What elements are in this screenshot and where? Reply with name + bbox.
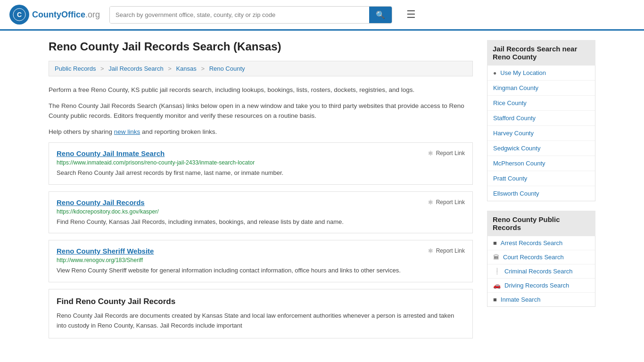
breadcrumb: Public Records > Jail Records Search > K… <box>49 61 473 76</box>
logo-text: CountyOffice.org <box>32 10 100 20</box>
result-url-3[interactable]: http://www.renogov.org/183/Sheriff <box>57 257 465 263</box>
sidebar-records-list: ■ Arrest Records Search 🏛 Court Records … <box>487 236 595 307</box>
report-icon-2: ⚛ <box>428 198 434 206</box>
result-header-1: Reno County Jail Inmate Search ⚛ Report … <box>57 149 465 157</box>
result-item-3: Reno County Sheriff Website ⚛ Report Lin… <box>49 240 473 282</box>
sidebar-item-harvey[interactable]: Harvey County <box>487 126 595 141</box>
description-1: Perform a free Reno County, KS public ja… <box>49 85 473 95</box>
sidebar-public-records-header: Reno County Public Records <box>487 211 595 236</box>
report-icon-1: ⚛ <box>428 149 434 157</box>
search-button[interactable]: 🔍 <box>369 7 392 23</box>
result-header-3: Reno County Sheriff Website ⚛ Report Lin… <box>57 247 465 255</box>
kingman-county-link[interactable]: Kingman County <box>487 81 595 95</box>
criminal-icon: ❕ <box>493 268 501 275</box>
sidebar-item-rice[interactable]: Rice County <box>487 96 595 111</box>
report-link-3[interactable]: ⚛ Report Link <box>428 247 465 255</box>
breadcrumb-jail-records-search[interactable]: Jail Records Search <box>108 65 163 72</box>
sidebar-item-kingman[interactable]: Kingman County <box>487 81 595 96</box>
find-section-title: Find Reno County Jail Records <box>57 297 465 306</box>
result-url-1[interactable]: https://www.inmateaid.com/prisons/reno-c… <box>57 159 465 166</box>
breadcrumb-sep-2: > <box>168 65 172 72</box>
result-desc-2: Find Reno County, Kansas Jail Records, i… <box>57 217 465 227</box>
search-bar[interactable]: 🔍 <box>109 6 392 24</box>
breadcrumb-reno-county[interactable]: Reno County <box>209 65 245 72</box>
description-2: The Reno County Jail Records Search (Kan… <box>49 101 473 121</box>
result-title-3[interactable]: Reno County Sheriff Website <box>57 247 154 255</box>
sidebar-nearby-header: Jail Records Search near Reno County <box>487 40 595 66</box>
driving-records-link[interactable]: Driving Records Search <box>504 282 569 289</box>
harvey-county-link[interactable]: Harvey County <box>487 126 595 140</box>
breadcrumb-sep-1: > <box>100 65 104 72</box>
result-item-2: Reno County Jail Records ⚛ Report Link h… <box>49 191 473 234</box>
sidebar-public-records-section: Reno County Public Records ■ Arrest Reco… <box>487 211 595 307</box>
logo[interactable]: C CountyOffice.org <box>9 5 100 25</box>
criminal-records-link[interactable]: Criminal Records Search <box>504 268 573 275</box>
sidebar-use-location[interactable]: ● Use My Location <box>487 66 595 81</box>
pratt-county-link[interactable]: Pratt County <box>487 171 595 186</box>
breadcrumb-public-records[interactable]: Public Records <box>55 65 96 72</box>
result-desc-3: View Reno County Sheriff website for gen… <box>57 266 465 275</box>
sidebar-item-sedgwick[interactable]: Sedgwick County <box>487 141 595 156</box>
location-icon: ● <box>493 70 496 76</box>
search-input[interactable] <box>110 7 369 23</box>
arrest-icon: ■ <box>493 239 497 247</box>
find-section: Find Reno County Jail Records Reno Count… <box>49 289 473 339</box>
mcpherson-county-link[interactable]: McPherson County <box>487 156 595 171</box>
sidebar-nearby-list: ● Use My Location Kingman County Rice Co… <box>487 66 595 201</box>
rice-county-link[interactable]: Rice County <box>487 96 595 110</box>
sidebar-record-court[interactable]: 🏛 Court Records Search <box>487 250 595 264</box>
result-title-1[interactable]: Reno County Jail Inmate Search <box>57 149 165 157</box>
sidebar-nearby-section: Jail Records Search near Reno County ● U… <box>487 40 595 201</box>
use-location-link[interactable]: ● Use My Location <box>487 66 595 80</box>
court-records-link[interactable]: Court Records Search <box>503 254 564 261</box>
sidebar-record-criminal[interactable]: ❕ Criminal Records Search <box>487 264 595 279</box>
hamburger-menu[interactable]: ☰ <box>406 8 416 21</box>
driving-icon: 🚗 <box>493 282 501 289</box>
sidebar-item-pratt[interactable]: Pratt County <box>487 171 595 186</box>
breadcrumb-kansas[interactable]: Kansas <box>176 65 196 72</box>
result-url-2[interactable]: https://kdocrepository.doc.ks.gov/kasper… <box>57 208 465 215</box>
sidebar-item-stafford[interactable]: Stafford County <box>487 111 595 126</box>
report-link-1[interactable]: ⚛ Report Link <box>428 149 465 157</box>
result-header-2: Reno County Jail Records ⚛ Report Link <box>57 198 465 206</box>
inmate-search-link[interactable]: Inmate Search <box>501 296 541 303</box>
page-title: Reno County Jail Records Search (Kansas) <box>49 40 473 53</box>
sidebar-item-mcpherson[interactable]: McPherson County <box>487 156 595 171</box>
new-links-link[interactable]: new links <box>114 128 140 135</box>
result-item-1: Reno County Jail Inmate Search ⚛ Report … <box>49 142 473 185</box>
report-link-2[interactable]: ⚛ Report Link <box>428 198 465 206</box>
breadcrumb-sep-3: > <box>201 65 205 72</box>
logo-icon: C <box>9 5 29 25</box>
find-section-desc: Reno County Jail Records are documents c… <box>57 311 465 331</box>
inmate-icon: ■ <box>493 296 497 303</box>
court-icon: 🏛 <box>493 254 499 261</box>
sidebar-record-arrest[interactable]: ■ Arrest Records Search <box>487 236 595 250</box>
result-desc-1: Search Reno County Jail arrest records b… <box>57 168 465 178</box>
header: C CountyOffice.org 🔍 ☰ <box>0 0 644 31</box>
sidebar: Jail Records Search near Reno County ● U… <box>487 40 595 338</box>
sidebar-item-ellsworth[interactable]: Ellsworth County <box>487 186 595 201</box>
ellsworth-county-link[interactable]: Ellsworth County <box>487 186 595 201</box>
report-icon-3: ⚛ <box>428 247 434 255</box>
stafford-county-link[interactable]: Stafford County <box>487 111 595 125</box>
main-container: Reno County Jail Records Search (Kansas)… <box>39 31 605 348</box>
description-3: Help others by sharing new links and rep… <box>49 127 473 137</box>
content-area: Reno County Jail Records Search (Kansas)… <box>49 40 473 338</box>
sedgwick-county-link[interactable]: Sedgwick County <box>487 141 595 156</box>
result-title-2[interactable]: Reno County Jail Records <box>57 198 145 206</box>
sidebar-record-driving[interactable]: 🚗 Driving Records Search <box>487 279 595 293</box>
arrest-records-link[interactable]: Arrest Records Search <box>501 239 563 247</box>
svg-text:C: C <box>17 11 22 18</box>
sidebar-record-inmate[interactable]: ■ Inmate Search <box>487 293 595 306</box>
